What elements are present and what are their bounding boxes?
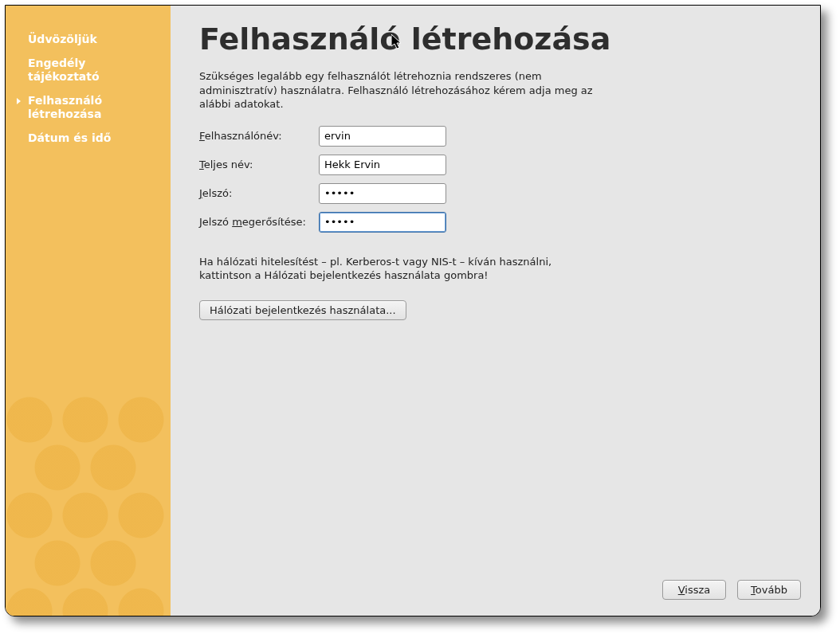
sidebar-item-label: Üdvözöljük	[28, 33, 97, 47]
sidebar-item-create-user[interactable]: Felhasználó létrehozása	[6, 89, 171, 127]
content-area: Felhasználó létrehozása Szükséges legalá…	[171, 6, 820, 569]
password-label: Jelszó:	[199, 187, 316, 199]
fullname-input[interactable]	[319, 155, 446, 175]
sidebar: Üdvözöljük Engedély tájékoztató Felhaszn…	[6, 6, 171, 616]
network-login-description: Ha hálózati hitelesítést – pl. Kerberos-…	[199, 255, 606, 283]
sidebar-item-label: Felhasználó létrehozása	[28, 94, 155, 122]
page-title: Felhasználó létrehozása	[199, 22, 791, 57]
password-input[interactable]	[319, 183, 446, 204]
sidebar-item-license[interactable]: Engedély tájékoztató	[6, 52, 171, 89]
network-login-button[interactable]: Hálózati bejelentkezés használata...	[199, 300, 406, 320]
username-label: Felhasználónév:	[199, 130, 316, 142]
username-input[interactable]	[319, 126, 446, 147]
page-description: Szükséges legalább egy felhasználót létr…	[199, 69, 606, 112]
confirm-password-label: Jelszó megerősítése:	[199, 216, 316, 228]
back-button[interactable]: Vissza	[662, 580, 726, 600]
main-panel: Felhasználó létrehozása Szükséges legalá…	[171, 6, 820, 616]
confirm-password-input[interactable]	[319, 212, 446, 233]
installer-window: Üdvözöljük Engedély tájékoztató Felhaszn…	[5, 5, 821, 616]
fullname-label: Teljes név:	[199, 159, 316, 170]
sidebar-item-label: Engedély tájékoztató	[28, 57, 155, 84]
sidebar-item-label: Dátum és idő	[28, 131, 111, 146]
next-button[interactable]: Tovább	[737, 580, 801, 600]
sidebar-item-date-time[interactable]: Dátum és idő	[6, 127, 171, 151]
sidebar-item-welcome[interactable]: Üdvözöljük	[6, 28, 171, 52]
footer-bar: Vissza Tovább	[171, 569, 820, 616]
create-user-form: Felhasználónév: Teljes név: Jelszó: Jels…	[199, 126, 791, 233]
